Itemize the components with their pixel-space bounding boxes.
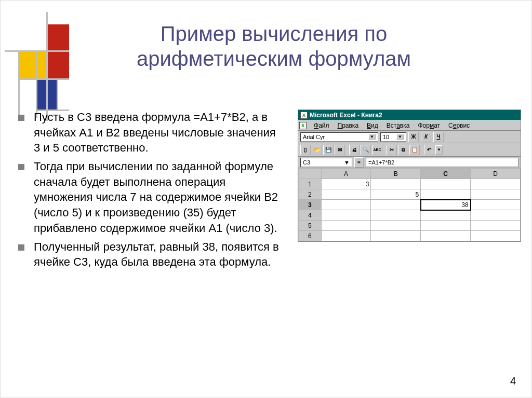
bullet-icon bbox=[18, 164, 24, 170]
bullet-icon bbox=[18, 244, 24, 251]
col-header-d[interactable]: D bbox=[471, 169, 521, 179]
font-size-combo[interactable]: 10▼ bbox=[380, 132, 406, 142]
standard-toolbar: ▯ 📂 💾 ✉ 🖨 🔍 ABC ✂ ⧉ 📋 ↶ ▼ bbox=[298, 143, 521, 157]
cell-a6[interactable] bbox=[321, 231, 371, 241]
dropdown-icon[interactable]: ▼ bbox=[396, 134, 404, 140]
cell-d4[interactable] bbox=[471, 210, 521, 221]
cell-c2[interactable] bbox=[421, 189, 471, 200]
paste-icon[interactable]: 📋 bbox=[409, 145, 420, 155]
menu-format[interactable]: Формат bbox=[415, 121, 443, 130]
print-icon[interactable]: 🖨 bbox=[349, 145, 360, 155]
select-all-corner[interactable] bbox=[299, 169, 322, 179]
row-header-5[interactable]: 5 bbox=[299, 221, 322, 231]
italic-button[interactable]: К bbox=[421, 132, 431, 142]
cell-a4[interactable] bbox=[321, 210, 371, 221]
save-icon[interactable]: 💾 bbox=[323, 145, 334, 155]
open-icon[interactable]: 📂 bbox=[312, 145, 322, 155]
cell-c3[interactable]: 38 bbox=[421, 200, 471, 210]
menu-insert[interactable]: Вставка bbox=[383, 121, 413, 130]
cell-a5[interactable] bbox=[321, 221, 371, 231]
cell-d1[interactable] bbox=[471, 179, 521, 189]
copy-icon[interactable]: ⧉ bbox=[398, 145, 408, 155]
slide: Пример вычисления по арифметическим форм… bbox=[0, 0, 532, 398]
menu-tools[interactable]: Сервис bbox=[445, 121, 473, 130]
cell-a3[interactable] bbox=[321, 200, 371, 210]
cell-c5[interactable] bbox=[421, 221, 471, 231]
excel-screenshot: X Microsoft Excel - Книга2 X Файл Правка… bbox=[298, 109, 521, 242]
bold-button[interactable]: Ж bbox=[408, 132, 419, 142]
undo-icon[interactable]: ↶ bbox=[424, 145, 434, 155]
name-box[interactable]: C3 ▼ bbox=[300, 158, 352, 167]
page-number: 4 bbox=[510, 375, 516, 387]
list-item: Тогда при вычислении по заданной формуле… bbox=[18, 159, 283, 236]
menu-edit[interactable]: Правка bbox=[335, 121, 362, 130]
row-header-1[interactable]: 1 bbox=[299, 179, 322, 189]
equals-button[interactable]: = bbox=[354, 157, 364, 168]
cell-a1[interactable]: 3 bbox=[321, 179, 371, 189]
cell-c4[interactable] bbox=[421, 210, 471, 221]
list-item: Полученный результат, равный 38, появитс… bbox=[18, 239, 283, 270]
spreadsheet-grid[interactable]: A B C D 1 3 2 5 3 bbox=[298, 168, 521, 241]
workbook-icon: X bbox=[299, 122, 307, 129]
font-name-combo[interactable]: Arial Cyr▼ bbox=[300, 132, 378, 142]
row-header-2[interactable]: 2 bbox=[299, 189, 322, 200]
bullet-icon bbox=[18, 115, 24, 121]
cell-b2[interactable]: 5 bbox=[371, 189, 421, 200]
format-bar: Arial Cyr▼ 10▼ Ж К Ч bbox=[298, 131, 521, 143]
cell-b1[interactable] bbox=[371, 179, 421, 189]
cell-d6[interactable] bbox=[471, 231, 521, 241]
menu-file[interactable]: Файл bbox=[311, 121, 332, 130]
row-header-6[interactable]: 6 bbox=[299, 231, 322, 241]
bullet-text: Пусть в C3 введена формула =A1+7*B2, а в… bbox=[34, 109, 283, 156]
email-icon[interactable]: ✉ bbox=[335, 145, 345, 155]
new-icon[interactable]: ▯ bbox=[300, 145, 311, 155]
cell-d5[interactable] bbox=[471, 221, 521, 231]
cell-b5[interactable] bbox=[371, 221, 421, 231]
excel-app-icon: X bbox=[300, 112, 308, 119]
formula-bar: C3 ▼ = =A1+7*B2 bbox=[298, 157, 521, 168]
cell-d2[interactable] bbox=[471, 189, 521, 200]
menu-view[interactable]: Вид bbox=[364, 121, 381, 130]
bullet-list: Пусть в C3 введена формула =A1+7*B2, а в… bbox=[18, 109, 283, 273]
cell-b4[interactable] bbox=[371, 210, 421, 221]
window-title: Microsoft Excel - Книга2 bbox=[310, 112, 382, 119]
bullet-text: Полученный результат, равный 38, появитс… bbox=[34, 239, 283, 270]
formula-input[interactable]: =A1+7*B2 bbox=[366, 158, 518, 167]
row-header-3[interactable]: 3 bbox=[299, 200, 322, 210]
col-header-a[interactable]: A bbox=[321, 169, 371, 179]
dropdown-icon[interactable]: ▼ bbox=[344, 159, 350, 166]
menu-bar: X Файл Правка Вид Вставка Формат Сервис bbox=[298, 120, 521, 131]
dropdown-icon[interactable]: ▼ bbox=[368, 134, 376, 140]
list-item: Пусть в C3 введена формула =A1+7*B2, а в… bbox=[18, 109, 283, 156]
slide-title: Пример вычисления по арифметическим форм… bbox=[1, 21, 531, 71]
cell-b6[interactable] bbox=[371, 231, 421, 241]
row-header-4[interactable]: 4 bbox=[299, 210, 322, 221]
cell-d3[interactable] bbox=[471, 200, 521, 210]
preview-icon[interactable]: 🔍 bbox=[361, 145, 371, 155]
bullet-text: Тогда при вычислении по заданной формуле… bbox=[34, 159, 283, 236]
abc-icon[interactable]: ABC bbox=[372, 145, 382, 155]
col-header-b[interactable]: B bbox=[371, 169, 421, 179]
cut-icon[interactable]: ✂ bbox=[387, 145, 397, 155]
cell-a2[interactable] bbox=[321, 189, 371, 200]
col-header-c[interactable]: C bbox=[421, 169, 471, 179]
underline-button[interactable]: Ч bbox=[433, 132, 444, 142]
cell-c1[interactable] bbox=[421, 179, 471, 189]
cell-b3[interactable] bbox=[371, 200, 421, 210]
cell-c6[interactable] bbox=[421, 231, 471, 241]
window-titlebar: X Microsoft Excel - Книга2 bbox=[298, 110, 521, 120]
dropdown-icon[interactable]: ▼ bbox=[435, 145, 443, 155]
